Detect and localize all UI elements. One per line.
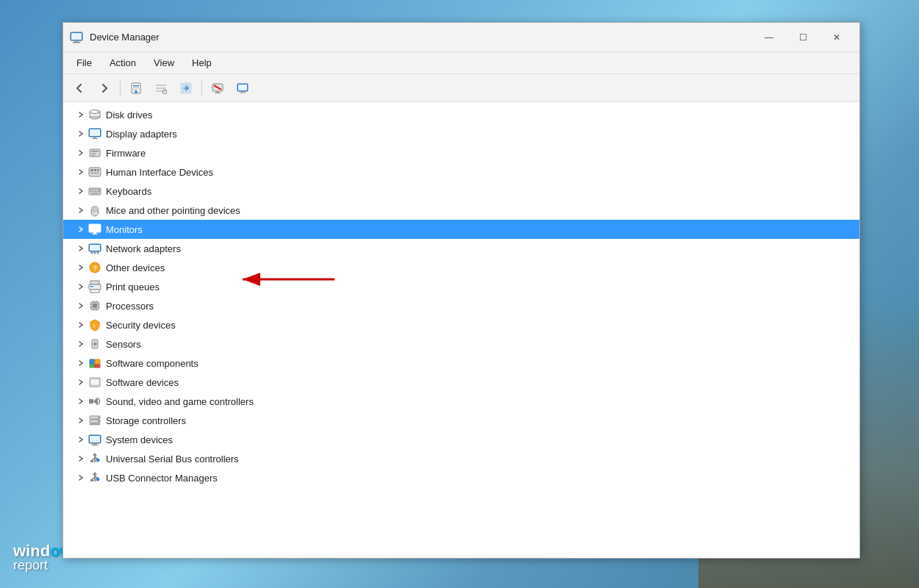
tree-item-monitors[interactable]: Monitors — [63, 220, 859, 239]
svg-rect-33 — [91, 153, 96, 154]
svg-rect-58 — [92, 234, 98, 234]
chevron-icon — [75, 338, 87, 350]
tree-item-print-queues[interactable]: Print queues — [63, 277, 859, 296]
tree-item-sound[interactable]: Sound, video and game controllers — [63, 392, 859, 411]
item-label: Sound, video and game controllers — [106, 396, 254, 407]
chevron-icon — [75, 185, 87, 197]
svg-rect-46 — [90, 191, 92, 193]
svg-rect-35 — [89, 168, 101, 176]
tree-item-mice[interactable]: Mice and other pointing devices — [63, 201, 859, 220]
close-button[interactable]: ✕ — [820, 23, 854, 52]
svg-rect-72 — [90, 286, 93, 287]
print-icon — [87, 279, 103, 295]
chevron-icon — [75, 395, 87, 407]
svg-rect-57 — [93, 232, 96, 234]
svg-rect-102 — [93, 443, 97, 445]
update-driver-button[interactable] — [174, 78, 198, 98]
toolbar-sep-1 — [120, 81, 121, 96]
svg-rect-103 — [91, 445, 99, 445]
tree-item-disk-drives[interactable]: Disk drives — [63, 105, 859, 124]
tree-item-human-interface-devices[interactable]: Human Interface Devices — [63, 162, 859, 182]
svg-point-107 — [96, 459, 99, 462]
chevron-icon — [75, 300, 87, 312]
item-label: Software components — [106, 358, 199, 369]
tree-item-system-devices[interactable]: System devices — [63, 430, 859, 449]
chevron-icon — [75, 357, 87, 369]
menu-file[interactable]: File — [69, 56, 99, 70]
menu-view[interactable]: View — [146, 56, 182, 70]
tree-item-software-devices[interactable]: Software devices — [63, 373, 859, 392]
chevron-icon — [75, 415, 87, 426]
forward-button[interactable] — [93, 78, 116, 98]
maximize-button[interactable]: ☐ — [786, 23, 820, 52]
window-title: Device Manager — [90, 32, 752, 43]
back-button[interactable] — [68, 78, 91, 98]
tree-item-firmware[interactable]: Firmware — [63, 143, 859, 162]
item-label: Firmware — [106, 148, 146, 159]
svg-rect-37 — [94, 169, 96, 171]
menu-help[interactable]: Help — [185, 56, 219, 70]
svg-rect-42 — [93, 190, 94, 191]
chevron-icon — [75, 109, 87, 121]
item-label: Human Interface Devices — [106, 167, 213, 178]
chevron-icon — [75, 243, 87, 254]
item-label: Other devices — [106, 262, 165, 273]
scan-hardware-button[interactable]: ? — [149, 78, 173, 98]
svg-rect-30 — [92, 138, 98, 139]
item-label: USB Connector Managers — [106, 473, 218, 484]
properties-button[interactable] — [124, 78, 148, 98]
tree-item-other-devices[interactable]: ?Other devices — [63, 258, 859, 277]
item-label: Security devices — [106, 320, 176, 331]
svg-text:?: ? — [164, 89, 166, 93]
svg-text:?: ? — [93, 265, 98, 272]
chevron-icon — [75, 434, 87, 445]
svg-rect-3 — [71, 33, 82, 40]
tree-item-sensors[interactable]: Sensors — [63, 334, 859, 354]
firmware-icon — [87, 145, 103, 161]
item-label: Mice and other pointing devices — [106, 205, 240, 216]
svg-point-99 — [98, 420, 99, 422]
menu-action[interactable]: Action — [102, 56, 143, 70]
item-label: Software devices — [106, 377, 179, 388]
tree-item-security-devices[interactable]: !Security devices — [63, 315, 859, 334]
chevron-icon — [75, 472, 87, 484]
svg-rect-38 — [97, 169, 99, 171]
svg-rect-20 — [241, 91, 244, 93]
tree-item-processors[interactable]: Processors — [63, 296, 859, 315]
tree-item-network-adapters[interactable]: Network adapters — [63, 239, 859, 258]
svg-rect-34 — [91, 155, 95, 157]
svg-rect-6 — [133, 87, 139, 88]
svg-point-26 — [97, 111, 99, 112]
svg-rect-45 — [99, 190, 100, 191]
svg-rect-41 — [90, 190, 92, 191]
svg-rect-32 — [91, 151, 99, 152]
svg-rect-47 — [93, 191, 94, 193]
svg-point-54 — [91, 207, 99, 212]
window-controls: — ☐ ✕ — [752, 23, 854, 52]
svg-rect-7 — [133, 89, 137, 90]
keyboard-icon — [87, 183, 103, 199]
svg-marker-94 — [93, 397, 98, 406]
minimize-button[interactable]: — — [752, 23, 786, 52]
network-icon — [87, 240, 103, 257]
svg-rect-22 — [238, 85, 247, 90]
tree-item-keyboards[interactable]: Keyboards — [63, 182, 859, 201]
tree-item-storage-controllers[interactable]: Storage controllers — [63, 411, 859, 430]
tree-item-software-components[interactable]: Software components — [63, 354, 859, 373]
item-label: Universal Serial Bus controllers — [106, 453, 239, 465]
disable-button[interactable] — [206, 78, 229, 98]
item-label: Sensors — [106, 339, 141, 350]
svg-rect-88 — [95, 359, 100, 365]
toolbar-sep-2 — [201, 81, 202, 96]
tree-item-display-adapters[interactable]: Display adapters — [63, 124, 859, 143]
show-monitor-button[interactable] — [231, 78, 254, 98]
svg-rect-101 — [90, 436, 100, 442]
tree-item-usb-connector[interactable]: USB Connector Managers — [63, 468, 859, 487]
content-area: Disk drivesDisplay adaptersFirmwareHuman… — [63, 102, 859, 558]
hid-icon — [87, 164, 103, 180]
device-manager-window: Device Manager — ☐ ✕ File Action View He… — [62, 22, 860, 559]
svg-point-8 — [135, 90, 137, 93]
tree-item-usb-controllers[interactable]: Universal Serial Bus controllers — [63, 449, 859, 468]
device-tree[interactable]: Disk drivesDisplay adaptersFirmwareHuman… — [63, 102, 859, 558]
sensor-icon — [87, 336, 103, 352]
